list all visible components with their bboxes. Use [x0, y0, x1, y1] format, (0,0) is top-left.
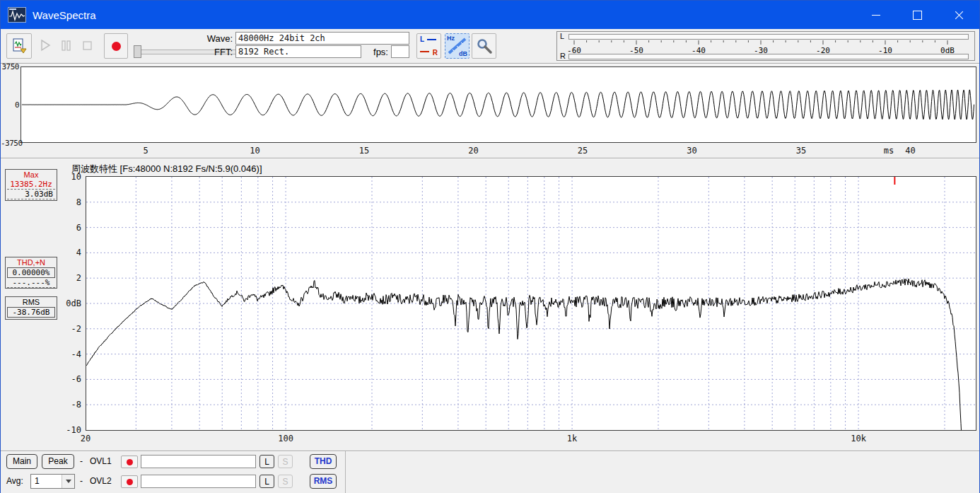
wave-x-tick-label: 5 — [143, 146, 148, 156]
ovl2-label: OVL2 — [90, 476, 112, 486]
settings-button[interactable] — [472, 33, 496, 59]
ovl1-color-icon — [127, 459, 133, 465]
record-icon — [112, 42, 121, 51]
rms-value: -38.76dB — [7, 307, 55, 318]
spec-x-tick-label: 20 — [81, 434, 91, 443]
meter-r-bar — [568, 54, 969, 59]
rms-readout: RMS -38.76dB — [5, 296, 57, 320]
minimize-icon — [872, 15, 880, 16]
spectrum-trace — [86, 279, 976, 430]
fps-field — [391, 45, 409, 58]
ovl2-s-button[interactable]: S — [278, 475, 293, 488]
combo-arrow-button[interactable] — [62, 475, 74, 488]
separator-dash: - — [80, 456, 83, 466]
spec-y-tick-label: -2 — [53, 324, 81, 334]
waveform-x-axis: 510152025303540ms — [1, 146, 980, 156]
spec-y-tick-label: -4 — [53, 349, 81, 359]
wave-y-tick-label: 0 — [1, 100, 19, 110]
fps-label: fps: — [363, 46, 388, 59]
ovl1-l-button[interactable]: L — [259, 455, 274, 468]
play-button — [35, 34, 54, 57]
statusbar-divider — [345, 451, 346, 493]
max-frequency-value: 13385.2Hz — [7, 180, 55, 190]
ovl1-color-button[interactable] — [121, 456, 138, 468]
thd-value2: ---.---% — [7, 278, 55, 288]
hz-db-scale-button[interactable]: Hz dB — [445, 33, 469, 59]
separator-dash: - — [80, 476, 83, 486]
wave-x-tick-label: 10 — [250, 146, 259, 156]
spec-x-tick-label: 1k — [567, 434, 577, 443]
chevron-down-icon — [66, 480, 71, 483]
spec-y-tick-label: 4 — [53, 248, 81, 257]
meter-ruler — [568, 40, 969, 46]
ovl2-color-button[interactable] — [121, 475, 138, 488]
close-button[interactable] — [943, 1, 975, 29]
record-button[interactable] — [104, 33, 128, 59]
spec-y-tick-label: 10 — [53, 172, 81, 182]
close-icon — [954, 10, 964, 21]
spec-y-tick-label: 6 — [53, 223, 81, 233]
meter-l-bar — [568, 34, 969, 40]
avg-count-value: 1 — [35, 476, 40, 486]
wave-x-tick-label: 40 — [905, 146, 915, 156]
toolbar-separator — [1, 63, 979, 64]
rms-toggle-button[interactable]: RMS — [310, 474, 337, 489]
wave-x-tick-label: 15 — [359, 146, 369, 156]
max-label: Max — [6, 170, 57, 180]
r-trace-line — [420, 51, 429, 52]
meter-l-label: L — [560, 32, 564, 40]
level-meter: L -60-50-40-30-20-100dB R — [556, 31, 975, 61]
main-button[interactable]: Main — [6, 454, 37, 469]
max-readout: Max 13385.2Hz 3.03dB — [5, 169, 57, 201]
spec-y-tick-label: -8 — [53, 400, 81, 410]
spectrum-plot[interactable] — [86, 176, 976, 431]
spectrum-canvas — [86, 177, 976, 430]
ovl1-label: OVL1 — [90, 456, 112, 466]
avg-count-select[interactable]: 1 — [30, 474, 75, 489]
wave-x-tick-label: 35 — [796, 146, 806, 156]
spec-x-tick-label: 100 — [278, 434, 293, 443]
titlebar[interactable]: WaveSpectra — [1, 1, 979, 29]
play-icon — [36, 37, 53, 54]
db-label-icon: dB — [459, 50, 467, 57]
thd-toggle-button[interactable]: THD — [310, 454, 337, 469]
max-level-value: 3.03dB — [7, 190, 55, 199]
minimize-button[interactable] — [860, 1, 892, 29]
spec-y-tick-label: -6 — [53, 374, 81, 384]
wave-y-tick-label: 3750 — [1, 62, 19, 71]
thd-label: THD,+N — [6, 258, 57, 267]
channel-lr-button[interactable]: L R — [416, 33, 441, 59]
thd-value: 0.00000% — [7, 267, 55, 278]
spec-y-tick-label: 2 — [53, 273, 81, 283]
r-channel-icon: R — [433, 49, 438, 57]
wave-format-field: 48000Hz 24bit 2ch — [235, 32, 409, 45]
fft-settings-field: 8192 Rect. — [235, 45, 361, 58]
thd-readout: THD,+N 0.00000% ---.---% — [5, 257, 57, 289]
peak-button[interactable]: Peak — [42, 454, 74, 469]
spec-y-tick-label: 0dB — [53, 298, 81, 308]
spectrum-y-axis: 1086420dB-2-4-6-8-10 — [53, 1, 83, 493]
spectrum-title: 周波数特性 [Fs:48000 N:8192 Fs/N:5.9(0.046)] — [71, 163, 262, 175]
waveform-y-axis: 37500-3750 — [1, 1, 20, 163]
spec-y-tick-label: 8 — [53, 197, 81, 207]
volume-slider-thumb[interactable] — [134, 45, 141, 58]
waveform-plot[interactable] — [21, 66, 976, 143]
spectrum-x-axis: 201001k10k — [1, 434, 980, 445]
maximize-button[interactable] — [901, 1, 933, 29]
ovl2-l-button[interactable]: L — [259, 475, 274, 488]
wave-x-unit-label: ms — [884, 146, 894, 156]
waveform-trace — [22, 90, 974, 120]
l-trace-line — [427, 39, 436, 40]
avg-label: Avg: — [6, 476, 23, 486]
ovl2-comment-field[interactable] — [141, 475, 256, 488]
fft-settings-label: FFT: — [192, 46, 233, 59]
ovl1-s-button[interactable]: S — [278, 455, 293, 468]
hz-label-icon: Hz — [447, 35, 455, 42]
ovl1-comment-field[interactable] — [141, 455, 256, 468]
spec-x-tick-label: 10k — [851, 434, 866, 443]
rms-label: RMS — [6, 298, 57, 307]
wave-x-tick-label: 25 — [578, 146, 588, 156]
meter-r-label: R — [560, 52, 566, 60]
wavespectra-window: WaveSpectra Wave: 48000Hz 24b — [0, 0, 980, 493]
ovl2-color-icon — [127, 479, 133, 485]
